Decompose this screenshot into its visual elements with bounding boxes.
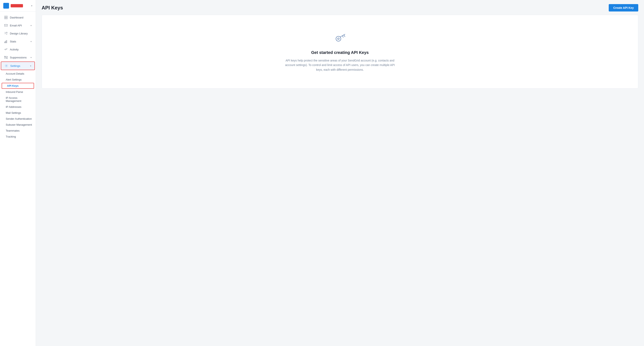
create-api-key-button[interactable]: Create API Key xyxy=(609,4,638,11)
sidebar-item-design-library[interactable]: Design Library xyxy=(1,29,35,37)
svg-point-5 xyxy=(6,32,7,33)
svg-rect-1 xyxy=(6,16,8,17)
logo-chevron-icon: ▾ xyxy=(31,4,32,7)
activity-icon xyxy=(4,47,8,51)
subnav-item-inbound-parse[interactable]: Inbound Parse xyxy=(0,89,36,95)
svg-rect-7 xyxy=(5,41,6,43)
subnav-item-tracking[interactable]: Tracking xyxy=(0,134,36,140)
svg-point-14 xyxy=(338,38,339,39)
subnav-item-account-details[interactable]: Account Details xyxy=(0,71,36,77)
sidebar-item-suppressions[interactable]: Suppressions ▾ xyxy=(1,53,35,61)
sidebar-item-settings[interactable]: Settings ▾ xyxy=(1,61,35,70)
page-title: API Keys xyxy=(42,5,63,11)
svg-rect-6 xyxy=(4,42,5,43)
chevron-down-icon: ▾ xyxy=(30,56,32,59)
subnav-item-subuser-management[interactable]: Subuser Management xyxy=(0,122,36,128)
sidebar: ▾ Dashboard Email API ▾ xyxy=(0,0,36,346)
sidebar-item-label: Suppressions xyxy=(10,56,27,59)
sidebar-item-email-api[interactable]: Email API ▾ xyxy=(1,21,35,29)
sidebar-item-stats[interactable]: Stats ▾ xyxy=(1,37,35,45)
svg-point-12 xyxy=(6,65,7,66)
empty-state-card: Get started creating API Keys API keys h… xyxy=(42,15,638,88)
logo-red-bar xyxy=(11,4,23,7)
sidebar-item-activity[interactable]: Activity xyxy=(1,45,35,53)
email-api-icon xyxy=(4,23,8,27)
content-area: Get started creating API Keys API keys h… xyxy=(36,15,644,346)
key-icon xyxy=(334,31,346,45)
suppressions-icon xyxy=(4,55,8,59)
logo-blue-icon xyxy=(3,3,9,8)
main-content: API Keys Create API Key Get started crea… xyxy=(36,0,644,346)
svg-line-16 xyxy=(344,35,345,37)
sidebar-item-label: Activity xyxy=(10,48,19,51)
stats-icon xyxy=(4,39,8,43)
empty-state-title: Get started creating API Keys xyxy=(311,50,368,55)
sidebar-item-label: Email API xyxy=(10,24,22,27)
settings-subnav: Account Details Alert Settings API Keys … xyxy=(0,70,36,140)
svg-rect-4 xyxy=(4,24,8,27)
subnav-item-api-keys[interactable]: API Keys xyxy=(2,83,34,89)
subnav-item-alert-settings[interactable]: Alert Settings xyxy=(0,77,36,83)
subnav-item-sender-authentication[interactable]: Sender Authentication xyxy=(0,116,36,122)
svg-rect-0 xyxy=(4,16,6,17)
settings-icon xyxy=(4,64,8,68)
subnav-item-ip-access-management[interactable]: IP Access Management xyxy=(0,95,36,104)
subnav-item-teammates[interactable]: Teammates xyxy=(0,128,36,134)
svg-line-17 xyxy=(342,36,343,37)
design-library-icon xyxy=(4,31,8,35)
sidebar-item-dashboard[interactable]: Dashboard xyxy=(1,13,35,21)
chevron-down-icon: ▾ xyxy=(30,65,31,67)
chevron-down-icon: ▾ xyxy=(30,24,32,27)
main-nav: Dashboard Email API ▾ Design Library xyxy=(0,12,36,140)
sidebar-item-label: Dashboard xyxy=(10,16,24,19)
sidebar-item-label: Settings xyxy=(10,64,20,67)
empty-state-description: API keys help protect the sensitive area… xyxy=(282,58,398,72)
subnav-item-mail-settings[interactable]: Mail Settings xyxy=(0,110,36,116)
svg-rect-2 xyxy=(4,18,6,19)
page-header: API Keys Create API Key xyxy=(36,0,644,15)
svg-rect-3 xyxy=(6,18,8,19)
subnav-item-ip-addresses[interactable]: IP Addresses xyxy=(0,104,36,110)
chevron-down-icon: ▾ xyxy=(30,40,32,43)
svg-rect-8 xyxy=(6,40,7,43)
logo-area[interactable]: ▾ xyxy=(0,0,36,12)
sidebar-item-label: Stats xyxy=(10,40,16,43)
dashboard-icon xyxy=(4,15,8,19)
sidebar-item-label: Design Library xyxy=(10,32,28,35)
